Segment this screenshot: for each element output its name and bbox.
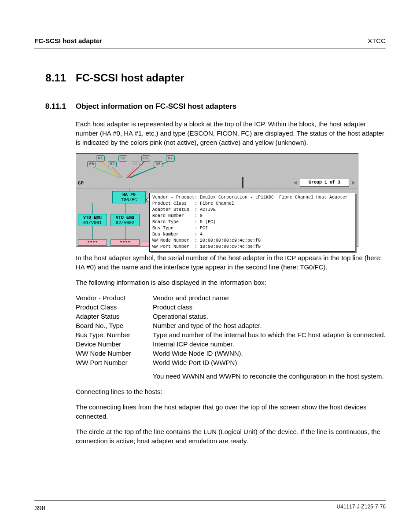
group-indicator: Group 1 of 3 xyxy=(300,179,349,187)
def-term: Product Class xyxy=(76,302,153,312)
lun-badge: 05 xyxy=(141,155,150,162)
header-left: FC-SCSI host adapter xyxy=(34,36,102,45)
def-desc: Operational status. xyxy=(153,312,386,321)
page-number: 398 xyxy=(34,503,45,512)
section-number: 8.11 xyxy=(34,70,66,85)
svg-line-3 xyxy=(122,161,124,178)
def-desc: World Wide Node ID (WWNN). xyxy=(153,349,386,358)
section-heading: 8.11 FC-SCSI host adapter xyxy=(34,70,386,85)
host-adapter-block[interactable]: HA #0 TG0/FC xyxy=(112,191,146,203)
paragraph: The circle at the top of the line contai… xyxy=(76,427,386,445)
header-right: XTCC xyxy=(368,36,386,45)
tooltip-pointer-icon xyxy=(146,197,149,202)
subsection-title: Object information on FC-SCSI host adapt… xyxy=(76,101,237,112)
def-term: Board No., Type xyxy=(76,321,153,330)
vtd-line2: 02/V002 xyxy=(111,221,139,226)
ha-line1: HA #0 xyxy=(113,192,145,198)
definition-list: Vendor - ProductVendor and product name … xyxy=(76,293,386,381)
def-desc: Type and number of the internal bus to w… xyxy=(153,330,386,339)
inactive-block: **** xyxy=(111,239,140,246)
def-term: Vendor - Product xyxy=(76,293,153,302)
ha-line2: TG0/FC xyxy=(113,198,145,203)
arrow-right-icon[interactable]: ► xyxy=(351,180,356,186)
figure: 00 01 02 03 04 05 06 07 CP ◄ Group 1 of … xyxy=(76,153,386,247)
inactive-block: **** xyxy=(78,239,107,246)
def-term-empty xyxy=(76,372,153,381)
lun-badge: 07 xyxy=(166,155,175,162)
def-desc: Internal ICP device number. xyxy=(153,339,386,349)
page-header: FC-SCSI host adapter XTCC xyxy=(34,36,386,48)
vtd-block[interactable]: VTD Emu 02/V002 xyxy=(111,214,140,226)
info-tooltip: Vendor - Product: Emulex Corporation - L… xyxy=(149,193,355,252)
lun-badge: 00 xyxy=(87,161,96,167)
vtd-line2: 01/V001 xyxy=(78,221,107,226)
paragraph: Connecting lines to the hosts: xyxy=(76,387,386,396)
def-term: WW Port Number xyxy=(76,358,153,367)
paragraph: Each host adapter is represented by a bl… xyxy=(76,119,386,147)
arrow-left-icon[interactable]: ◄ xyxy=(292,180,298,186)
subsection-heading: 8.11.1 Object information on FC-SCSI hos… xyxy=(34,101,386,112)
vtd-line1: VTD Emu xyxy=(111,215,139,221)
lun-badge: 04 xyxy=(131,161,140,167)
section-title: FC-SCSI host adapter xyxy=(76,70,184,85)
def-desc: Vendor and product name xyxy=(153,293,386,302)
paragraph: In the host adapter symbol, the serial n… xyxy=(76,253,386,272)
divider-bar xyxy=(242,177,243,189)
lun-badge: 02 xyxy=(108,161,117,167)
vtd-line1: VTD Emu xyxy=(78,215,107,221)
lun-badge: 03 xyxy=(118,155,127,162)
lun-badge: 06 xyxy=(154,161,162,167)
connector-line xyxy=(125,203,125,214)
def-desc-extra: You need WWNN and WWPN to reconcile the … xyxy=(153,372,386,381)
paragraph: The connecting lines from the host adapt… xyxy=(76,402,386,421)
def-term: Device Number xyxy=(76,339,153,349)
svg-line-2 xyxy=(112,166,122,178)
doc-id: U41117-J-Z125-7-76 xyxy=(337,503,386,512)
def-term: Bus Type, Number xyxy=(76,330,153,339)
connector-line xyxy=(125,226,125,239)
vtd-block[interactable]: VTD Emu 01/V001 xyxy=(78,214,107,226)
def-desc: Number and type of the host adapter. xyxy=(153,321,386,330)
connector-line xyxy=(92,226,93,239)
lun-badge: 01 xyxy=(96,155,105,162)
cp-label: CP xyxy=(76,180,84,187)
page-footer: 398 U41117-J-Z125-7-76 xyxy=(34,500,386,512)
connector-line xyxy=(92,203,93,214)
subsection-number: 8.11.1 xyxy=(34,101,66,112)
def-desc: World Wide Port ID (WWPN) xyxy=(153,358,386,367)
def-term: Adapter Status xyxy=(76,312,153,321)
svg-line-0 xyxy=(91,166,120,178)
def-term: WW Node Number xyxy=(76,349,153,358)
def-desc: Product class xyxy=(153,302,386,312)
paragraph: The following information is also displa… xyxy=(76,278,386,287)
